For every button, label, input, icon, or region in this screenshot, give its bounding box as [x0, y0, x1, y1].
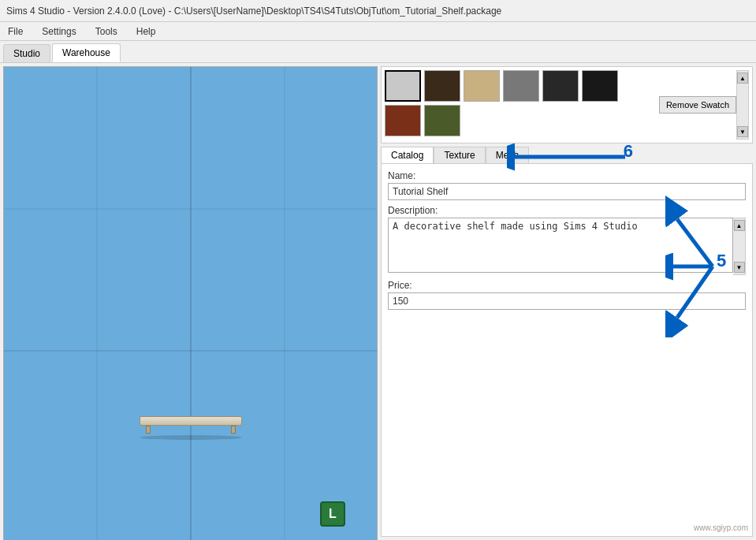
name-label: Name: [388, 170, 746, 181]
swatch-gray[interactable] [503, 70, 539, 102]
inner-tabs: Catalog Texture Mesh [381, 147, 753, 163]
scroll-up-btn[interactable]: ▲ [737, 73, 748, 84]
right-panel: ▲ ▼ Remove Swatch Catalog Texture Mesh [381, 66, 753, 537]
menu-file[interactable]: File [3, 24, 28, 39]
description-wrapper: A decorative shelf made using Sims 4 Stu… [388, 218, 746, 275]
shelf-leg-right [231, 426, 236, 434]
shelf-top [140, 416, 242, 426]
tabbar: Studio Warehouse [0, 41, 756, 63]
description-field-group: Description: A decorative shelf made usi… [388, 205, 746, 275]
name-field-group: Name: [388, 170, 746, 200]
price-field-group: Price: [388, 280, 746, 310]
swatch-light-gray[interactable] [385, 70, 421, 102]
desc-scroll-down[interactable]: ▼ [734, 262, 745, 273]
description-label: Description: [388, 205, 746, 216]
swatch-tan[interactable] [464, 70, 500, 102]
catalog-panel: Name: Description: A decorative shelf ma… [381, 163, 753, 537]
swatch-dark-brown[interactable] [424, 70, 460, 102]
tab-texture[interactable]: Texture [434, 147, 485, 163]
tab-catalog[interactable]: Catalog [381, 147, 434, 163]
tab-warehouse[interactable]: Warehouse [52, 43, 121, 62]
tab-studio[interactable]: Studio [3, 44, 50, 62]
menu-settings[interactable]: Settings [37, 24, 80, 39]
description-textarea[interactable]: A decorative shelf made using Sims 4 Stu… [388, 218, 733, 273]
main-content: L ▲ ▼ [0, 63, 756, 540]
tab-mesh[interactable]: Mesh [486, 147, 529, 163]
remove-swatch-button[interactable]: Remove Swatch [659, 96, 736, 114]
name-input[interactable] [388, 183, 746, 200]
shelf-legs [140, 426, 242, 434]
viewport-grid [4, 67, 377, 540]
shelf-leg-left [146, 426, 151, 434]
swatch-black[interactable] [582, 70, 618, 102]
l-indicator: L [320, 501, 345, 527]
swatch-red-brown[interactable] [385, 105, 421, 136]
shelf-3d-object [140, 416, 242, 440]
scroll-down-btn[interactable]: ▼ [737, 126, 748, 137]
description-scrollbar[interactable]: ▲ ▼ [733, 218, 746, 275]
swatches-area: ▲ ▼ Remove Swatch [381, 66, 753, 143]
swatch-olive[interactable] [424, 105, 460, 136]
menu-tools[interactable]: Tools [91, 24, 122, 39]
watermark: www.sgiyp.com [694, 523, 748, 532]
menubar: File Settings Tools Help [0, 22, 756, 41]
menu-help[interactable]: Help [132, 24, 161, 39]
desc-scroll-up[interactable]: ▲ [734, 220, 745, 231]
price-label: Price: [388, 280, 746, 291]
swatch-near-black[interactable] [542, 70, 579, 102]
swatches-scrollbar[interactable]: ▲ ▼ [736, 70, 749, 140]
titlebar-text: Sims 4 Studio - Version 2.4.0.0 (Love) -… [6, 6, 501, 17]
inner-tabs-container: Catalog Texture Mesh 6 [381, 147, 753, 163]
titlebar: Sims 4 Studio - Version 2.4.0.0 (Love) -… [0, 0, 756, 22]
price-input[interactable] [388, 292, 746, 310]
shelf-shadow [140, 435, 242, 440]
viewport-3d[interactable]: L [3, 66, 378, 540]
